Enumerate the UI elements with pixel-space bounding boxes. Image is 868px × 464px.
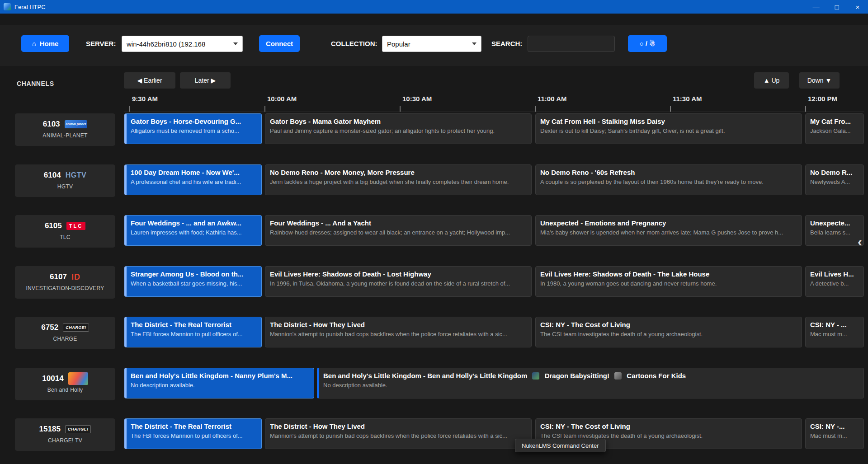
program-cell[interactable]: Unexpected - Emotions and Pregnancy Mia'… (535, 215, 802, 246)
program-cell[interactable]: The District - How They Lived Mannion's … (265, 317, 532, 347)
maximize-button[interactable]: □ (826, 0, 847, 14)
program-cell[interactable]: The District - The Real Terrorist The FB… (124, 317, 262, 347)
program-cell[interactable]: Evil Lives Here: Shadows of Death - Lost… (265, 266, 532, 297)
program-cell[interactable]: CSI: NY - ... Mac must m... (805, 317, 864, 347)
guide-row: 15185 CHARGE! CHARGE! TV The District - … (0, 418, 868, 451)
program-cell[interactable]: No Demo Reno - More Money, More Pressure… (265, 164, 532, 195)
minimize-button[interactable]: — (806, 0, 826, 14)
program-desc: In 1996, in Tulsa, Oklahoma, a young mot… (270, 280, 527, 287)
program-desc: Mannion's attempt to punish bad cops bac… (270, 432, 527, 439)
program-title: Stranger Among Us - Blood on th... (131, 270, 257, 278)
channel-card-6752[interactable]: 6752 CHARGE! CHARGE (15, 317, 115, 349)
program-cell[interactable]: Gator Boys - Mama Gator Mayhem Paul and … (265, 113, 532, 144)
program-title: The District - The Real Terrorist (131, 321, 257, 328)
chevron-down-icon (233, 42, 238, 45)
program-title: The District - How They Lived (270, 422, 527, 430)
program-desc: Newlyweds A... (810, 178, 859, 185)
program-desc: Bella learns s... (810, 229, 859, 236)
program-cell[interactable]: Four Weddings - ... and an Awkw... Laure… (124, 215, 262, 246)
taskbar-tooltip: NukenLMS Command Center (515, 439, 606, 452)
channel-number: 15185 (39, 425, 61, 434)
program-desc: Rainbow-hued dresses; assigned to wear a… (270, 229, 527, 236)
investigation-discovery-logo-icon: ID (71, 272, 80, 282)
tlc-logo-icon: TLC (66, 222, 85, 230)
channel-name: TLC (15, 234, 115, 240)
program-desc: A couple is so perplexed by the layout o… (540, 178, 797, 185)
program-title: Four Weddings - ... And a Yacht (270, 219, 527, 227)
program-title: No Demo Reno - More Money, More Pressure (270, 169, 527, 176)
up-button[interactable]: ▲ Up (754, 72, 789, 89)
program-title: Ben and Holy's Little Kingdom - Nanny Pl… (131, 372, 309, 380)
program-cell[interactable]: CSI: NY - The Cost of Living The CSI tea… (535, 317, 802, 347)
program-desc: Jenn tackles a huge project with a big b… (270, 178, 527, 185)
program-cell[interactable]: Unexpecte... Bella learns s... (805, 215, 864, 246)
program-cell[interactable]: No Demo Reno - '60s Refresh A couple is … (535, 164, 802, 195)
later-button[interactable]: Later ▶ (180, 72, 231, 89)
program-desc: No description available. (323, 382, 859, 389)
time-tick (400, 106, 401, 112)
edge-chevron-icon[interactable]: ‹ (858, 235, 862, 248)
program-title: CSI: NY - The Cost of Living (540, 321, 797, 328)
program-cell[interactable]: The District - How They Lived Mannion's … (265, 418, 532, 449)
channel-card-6103[interactable]: 6103 animal planet ANIMAL-PLANET (15, 113, 115, 146)
home-icon: ⌂ (32, 40, 36, 47)
guide-row: 6104 HGTV HGTV 100 Day Dream Home - Now … (0, 164, 868, 197)
program-title: Evil Lives Here: Shadows of Death - The … (540, 270, 797, 278)
app-window: { "window": { "title": "Feral HTPC", "mi… (0, 0, 868, 464)
program-desc: Dexter is out to kill Daisy; Sarah's bir… (540, 127, 797, 134)
time-tick (670, 106, 671, 112)
program-cell[interactable]: 100 Day Dream Home - Now We'... A profes… (124, 164, 262, 195)
program-cell[interactable]: Ben and Holy's Little Kingdom - Nanny Pl… (124, 368, 314, 398)
program-title: My Cat From Hell - Stalking Miss Daisy (540, 117, 797, 125)
program-cell[interactable]: No Demo R... Newlyweds A... (805, 164, 864, 195)
program-cell[interactable]: Stranger Among Us - Blood on th... When … (124, 266, 262, 297)
program-title: Unexpecte... (810, 219, 859, 227)
down-button[interactable]: Down ▼ (799, 72, 840, 89)
program-cell[interactable]: Evil Lives H... A detective b... (805, 266, 864, 297)
time-tick (535, 106, 536, 112)
program-cell[interactable]: Ben and Holy's Little Kingdom - Ben and … (317, 368, 864, 398)
time-label: 11:30 AM (673, 95, 702, 103)
charge-tv-logo-icon: CHARGE! (65, 425, 91, 433)
program-title-badge: Cartoons For Kids (627, 372, 686, 380)
connect-button[interactable]: Connect (259, 35, 300, 52)
channel-card-6107[interactable]: 6107 ID INVESTIGATION-DISCOVERY (15, 266, 115, 299)
earlier-button[interactable]: ◀ Earlier (124, 72, 175, 89)
channel-card-6105[interactable]: 6105 TLC TLC (15, 215, 115, 248)
channel-card-15185[interactable]: 15185 CHARGE! CHARGE! TV (15, 418, 115, 451)
dragon-thumb-icon (532, 372, 539, 380)
time-tick (805, 106, 806, 112)
program-cell[interactable]: My Cat Fro... Jackson Gala... (805, 113, 864, 144)
channel-name: CHARGE! TV (15, 437, 115, 444)
channel-card-10014[interactable]: 10014 Ben and Holly (15, 368, 115, 400)
program-cell[interactable]: Evil Lives Here: Shadows of Death - The … (535, 266, 802, 297)
theme-toggle-button[interactable]: ○ / ☃ (628, 35, 667, 52)
channel-number: 6105 (45, 221, 62, 230)
server-select-value: win-44h62bri810 (192.168 (127, 40, 230, 48)
program-cell[interactable]: My Cat From Hell - Stalking Miss Daisy D… (535, 113, 802, 144)
home-button[interactable]: ⌂ Home (21, 35, 69, 52)
channel-number: 10014 (42, 374, 63, 383)
program-title: Evil Lives Here: Shadows of Death - Lost… (270, 270, 527, 278)
window-controls: — □ × (806, 0, 868, 14)
search-input[interactable] (528, 36, 615, 52)
program-title: No Demo Reno - '60s Refresh (540, 169, 797, 176)
program-cell[interactable]: Four Weddings - ... And a Yacht Rainbow-… (265, 215, 532, 246)
program-cell[interactable]: Gator Boys - Horse-Devouring G... Alliga… (124, 113, 262, 144)
program-title-badge: Dragon Babysitting! (545, 372, 609, 380)
channel-card-6104[interactable]: 6104 HGTV HGTV (15, 164, 115, 197)
program-cell[interactable]: CSI: NY -... Mac must m... (805, 418, 864, 449)
collection-select[interactable]: Popular (382, 36, 481, 52)
program-cell[interactable]: The District - The Real Terrorist The FB… (124, 418, 262, 449)
program-desc: No description available. (131, 382, 309, 389)
time-baseline (124, 112, 864, 112)
channel-name: HGTV (15, 183, 115, 190)
close-button[interactable]: × (847, 0, 868, 14)
program-title: Evil Lives H... (810, 270, 859, 278)
guide-row: 6105 TLC TLC Four Weddings - ... and an … (0, 215, 868, 248)
time-label: 11:00 AM (538, 95, 566, 103)
server-select[interactable]: win-44h62bri810 (192.168 (122, 36, 243, 52)
chevron-down-icon (472, 42, 476, 45)
titlebar: Feral HTPC — □ × (0, 0, 868, 14)
program-title: 100 Day Dream Home - Now We'... (131, 169, 257, 176)
